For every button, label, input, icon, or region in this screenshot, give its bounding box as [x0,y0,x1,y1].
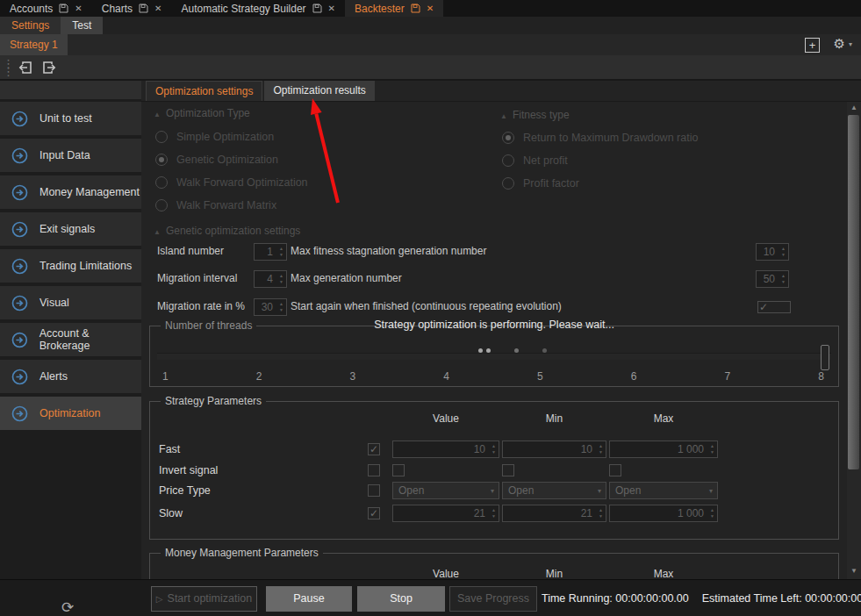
tab-optimization-settings[interactable]: Optimization settings [146,81,262,101]
param-enable-checkbox[interactable] [368,443,380,455]
slow-min-spinner[interactable]: 21 [502,505,606,522]
pause-button[interactable]: Pause [266,586,352,612]
spin-down-icon[interactable] [279,253,283,257]
export-settings-icon[interactable] [41,60,57,75]
close-icon[interactable]: ✕ [328,4,335,13]
spin-down-icon[interactable] [491,450,496,455]
price-type-max-dropdown[interactable]: Open▾ [609,482,718,499]
start-again-checkbox[interactable] [757,301,791,313]
invert-min-checkbox[interactable] [502,464,514,476]
spin-up-icon[interactable] [710,444,714,448]
save-icon[interactable] [312,4,322,13]
spin-up-icon[interactable] [781,274,786,278]
max-stagnation-spinner[interactable]: 10 [756,243,789,261]
spin-up-icon[interactable] [710,508,714,512]
threads-slider-thumb[interactable] [821,345,829,370]
radio-walk-forward-matrix[interactable]: Walk Forward Matrix [155,197,308,214]
sidebar-item-trading-limitations[interactable]: Trading Limitations [0,249,141,283]
spin-down-icon[interactable] [599,514,603,519]
spin-down-icon[interactable] [279,280,283,284]
max-generation-spinner[interactable]: 50 [756,270,789,288]
spin-down-icon[interactable] [599,450,603,455]
sidebar-item-account-brokerage[interactable]: Account & Brokerage [0,323,141,356]
invert-value-checkbox[interactable] [392,464,405,476]
scroll-down-icon[interactable]: ▼ [847,565,861,577]
threads-slider-track[interactable] [157,353,831,360]
spin-down-icon[interactable] [781,280,786,284]
vertical-scrollbar[interactable]: ▲ ▼ [847,102,861,579]
save-icon[interactable] [411,4,420,13]
tab-backtester[interactable]: Backtester ✕ [345,0,443,17]
collapse-icon[interactable]: ▲ [154,228,161,236]
tab-optimization-results[interactable]: Optimization results [264,81,374,101]
scroll-up-icon[interactable]: ▲ [847,102,861,114]
radio-walk-forward-optimization[interactable]: Walk Forward Optimization [155,174,308,191]
price-type-value-dropdown[interactable]: Open▾ [392,482,499,499]
spin-down-icon[interactable] [710,450,714,455]
spin-up-icon[interactable] [781,247,786,251]
save-icon[interactable] [139,4,148,13]
spin-up-icon[interactable] [491,508,496,512]
sidebar-item-unit-to-test[interactable]: Unit to test [0,102,141,135]
fast-max-spinner[interactable]: 1 000 [609,441,718,458]
island-number-spinner[interactable]: 1 [254,243,287,261]
tab-accounts[interactable]: Accounts ✕ [0,0,92,17]
sidebar-item-visual[interactable]: Visual [0,286,141,319]
add-strategy-button[interactable]: + [805,38,820,53]
close-icon[interactable]: ✕ [427,4,434,13]
spin-up-icon[interactable] [599,444,603,448]
sidebar-item-exit-signals[interactable]: Exit signals [0,212,141,246]
slow-value-spinner[interactable]: 21 [392,505,499,522]
play-icon: ▷ [156,594,163,604]
collapse-icon[interactable]: ▲ [154,111,161,118]
spin-up-icon[interactable] [279,247,283,251]
migration-rate-spinner[interactable]: 30 [254,298,287,316]
import-settings-icon[interactable] [18,60,33,75]
tab-settings[interactable]: Settings [0,17,61,34]
spin-down-icon[interactable] [279,308,283,312]
invert-max-checkbox[interactable] [609,464,621,476]
migration-interval-spinner[interactable]: 4 [254,270,287,288]
sidebar-item-input-data[interactable]: Input Data [0,139,141,172]
radio-return-to-max-drawdown[interactable]: Return to Maximum Drawdown ratio [502,129,698,147]
drag-handle[interactable]: ⋮⋮ [3,60,6,75]
tab-charts[interactable]: Charts ✕ [92,0,172,17]
radio-genetic-optimization[interactable]: Genetic Optimization [155,151,308,168]
radio-simple-optimization[interactable]: Simple Optimization [155,128,308,146]
param-enable-checkbox[interactable] [368,484,380,497]
close-icon[interactable]: ✕ [154,4,161,13]
fast-min-spinner[interactable]: 10 [502,441,606,458]
scrollbar-thumb[interactable] [848,115,859,469]
spin-down-icon[interactable] [491,514,496,519]
sidebar-item-optimization[interactable]: Optimization [0,397,141,430]
footer-bar: ⟳ ▷Start optimization Pause Stop Save Pr… [0,579,861,616]
spin-up-icon[interactable] [279,302,283,306]
save-progress-button[interactable]: Save Progress [449,586,537,612]
arrow-circle-icon [11,295,28,312]
tab-automatic-strategy-builder[interactable]: Automatic Strategy Builder ✕ [171,0,344,17]
collapse-icon[interactable]: ▲ [500,112,507,120]
tab-test[interactable]: Test [61,17,103,34]
fast-value-spinner[interactable]: 10 [392,441,499,458]
sidebar-item-label: Alerts [39,370,68,383]
settings-menu-button[interactable]: ⚙ ▾ [834,36,852,52]
spin-up-icon[interactable] [599,508,603,512]
spin-up-icon[interactable] [491,444,496,448]
radio-profit-factor[interactable]: Profit factor [502,175,698,192]
spin-down-icon[interactable] [781,253,786,257]
param-enable-checkbox[interactable] [368,507,380,519]
start-optimization-button[interactable]: ▷Start optimization [151,586,257,612]
spin-up-icon[interactable] [279,274,283,278]
param-enable-checkbox[interactable] [368,464,380,476]
field-label: Migration rate in % [157,300,245,312]
tab-strategy-1[interactable]: Strategy 1 [0,34,68,55]
save-icon[interactable] [59,4,68,13]
stop-button[interactable]: Stop [357,586,445,612]
sidebar-item-money-management[interactable]: Money Management [0,175,141,209]
radio-net-profit[interactable]: Net profit [502,152,698,169]
slow-max-spinner[interactable]: 1 000 [609,505,718,522]
sidebar-item-alerts[interactable]: Alerts [0,360,141,393]
close-icon[interactable]: ✕ [75,4,82,13]
spin-down-icon[interactable] [710,514,714,519]
price-type-min-dropdown[interactable]: Open▾ [502,482,606,499]
